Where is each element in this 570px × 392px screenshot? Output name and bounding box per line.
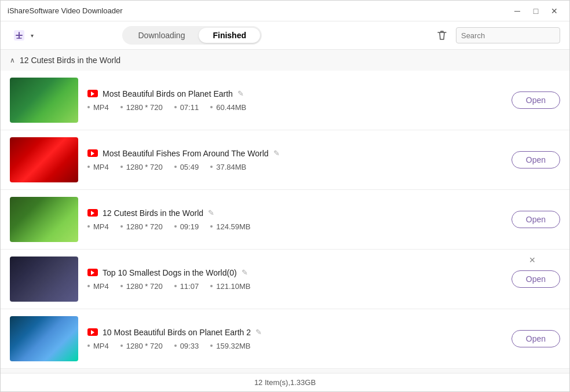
video-title: 10 Most Beautiful Birds on Planet Earth … bbox=[103, 328, 251, 337]
meta-format: MP4 bbox=[87, 103, 109, 112]
size-value: 121.10MB bbox=[216, 282, 250, 291]
edit-icon[interactable]: ✎ bbox=[255, 328, 262, 336]
resolution-value: 1280 * 720 bbox=[126, 342, 163, 350]
size-value: 60.44MB bbox=[216, 103, 246, 112]
delete-button[interactable] bbox=[433, 26, 451, 45]
meta-duration: 09:33 bbox=[174, 342, 199, 350]
video-meta: MP4 1280 * 720 09:33 159.32MB bbox=[87, 342, 502, 350]
dropdown-arrow-icon[interactable]: ▾ bbox=[31, 32, 34, 39]
search-input[interactable] bbox=[456, 27, 560, 43]
duration-value: 11:07 bbox=[180, 282, 199, 291]
meta-size: 159.32MB bbox=[210, 342, 250, 350]
meta-dot bbox=[87, 166, 90, 168]
size-value: 124.59MB bbox=[216, 222, 250, 231]
format-value: MP4 bbox=[93, 342, 109, 350]
edit-icon[interactable]: ✎ bbox=[237, 89, 244, 98]
video-item: Most Beautiful Birds on Planet Earth ✎ M… bbox=[1, 71, 569, 130]
open-button[interactable]: Open bbox=[511, 211, 560, 228]
edit-icon[interactable]: ✎ bbox=[208, 208, 214, 217]
add-download-button[interactable] bbox=[10, 26, 28, 45]
video-meta: MP4 1280 * 720 09:19 124.59MB bbox=[87, 222, 502, 231]
edit-icon[interactable]: ✎ bbox=[273, 149, 280, 157]
meta-dot bbox=[174, 166, 177, 168]
maximize-button[interactable]: □ bbox=[528, 3, 544, 19]
tab-downloading[interactable]: Downloading bbox=[124, 28, 199, 43]
group-header[interactable]: ∧ 12 Cutest Birds in the World bbox=[1, 50, 569, 71]
video-info: Most Beautiful Birds on Planet Earth ✎ M… bbox=[87, 89, 502, 112]
video-title: Most Beautiful Fishes From Around The Wo… bbox=[103, 149, 269, 158]
meta-size: 60.44MB bbox=[210, 103, 246, 112]
open-button[interactable]: Open bbox=[511, 330, 560, 347]
meta-dot bbox=[87, 285, 90, 287]
toolbar-right bbox=[433, 26, 560, 45]
meta-dot bbox=[120, 106, 123, 108]
edit-icon[interactable]: ✎ bbox=[242, 268, 248, 277]
video-item: Most Beautiful Fishes From Around The Wo… bbox=[1, 130, 569, 190]
video-title-row: Most Beautiful Birds on Planet Earth ✎ bbox=[87, 89, 502, 98]
youtube-icon bbox=[87, 328, 98, 336]
tab-group: Downloading Finished bbox=[122, 26, 262, 45]
meta-format: MP4 bbox=[87, 282, 109, 291]
duration-value: 05:49 bbox=[180, 163, 199, 171]
video-list: Most Beautiful Birds on Planet Earth ✎ M… bbox=[1, 71, 569, 369]
meta-dot bbox=[87, 106, 90, 108]
format-value: MP4 bbox=[93, 163, 109, 171]
meta-resolution: 1280 * 720 bbox=[120, 222, 163, 231]
video-thumbnail bbox=[10, 197, 78, 242]
meta-size: 37.84MB bbox=[210, 163, 246, 171]
close-button[interactable]: ✕ bbox=[546, 3, 562, 19]
status-text: 12 Item(s),1.33GB bbox=[254, 378, 316, 387]
meta-dot bbox=[120, 225, 123, 228]
meta-dot bbox=[210, 166, 213, 168]
video-thumbnail bbox=[10, 316, 78, 361]
meta-format: MP4 bbox=[87, 163, 109, 171]
video-title-row: Most Beautiful Fishes From Around The Wo… bbox=[87, 149, 502, 158]
open-button[interactable]: Open bbox=[511, 151, 560, 168]
youtube-icon bbox=[87, 90, 98, 97]
meta-format: MP4 bbox=[87, 222, 109, 231]
resolution-value: 1280 * 720 bbox=[126, 282, 163, 291]
video-item: 12 Cutest Birds in the World ✎ MP4 1280 … bbox=[1, 190, 569, 250]
video-meta: MP4 1280 * 720 07:11 60.44MB bbox=[87, 103, 502, 112]
meta-resolution: 1280 * 720 bbox=[120, 342, 163, 350]
meta-dot bbox=[120, 345, 123, 347]
meta-duration: 05:49 bbox=[174, 163, 199, 171]
resolution-value: 1280 * 720 bbox=[126, 103, 163, 112]
meta-dot bbox=[210, 225, 213, 228]
open-button[interactable]: Open bbox=[511, 270, 560, 288]
app-title: iShareSoftware Video Downloader bbox=[8, 6, 123, 15]
video-info: 10 Most Beautiful Birds on Planet Earth … bbox=[87, 328, 502, 350]
video-item: Top 10 Smallest Dogs in the World(0) ✎ M… bbox=[1, 250, 569, 309]
youtube-icon bbox=[87, 149, 98, 157]
meta-dot bbox=[210, 285, 213, 287]
content-area: ∧ 12 Cutest Birds in the World Most Beau… bbox=[1, 50, 569, 373]
meta-dot bbox=[210, 106, 213, 108]
meta-dot bbox=[174, 225, 177, 228]
meta-dot bbox=[87, 225, 90, 228]
meta-size: 121.10MB bbox=[210, 282, 250, 291]
meta-dot bbox=[87, 345, 90, 347]
meta-dot bbox=[174, 285, 177, 287]
video-item: 10 Most Beautiful Birds on Planet Earth … bbox=[1, 309, 569, 369]
toolbar-left: ▾ bbox=[10, 26, 34, 45]
window-controls: ─ □ ✕ bbox=[509, 3, 562, 19]
meta-dot bbox=[120, 285, 123, 287]
meta-duration: 09:19 bbox=[174, 222, 199, 231]
tab-finished[interactable]: Finished bbox=[199, 28, 260, 43]
meta-dot bbox=[174, 106, 177, 108]
meta-duration: 11:07 bbox=[174, 282, 199, 291]
minimize-button[interactable]: ─ bbox=[509, 3, 525, 19]
meta-resolution: 1280 * 720 bbox=[120, 282, 163, 291]
video-thumbnail bbox=[10, 257, 78, 302]
video-info: Top 10 Smallest Dogs in the World(0) ✎ M… bbox=[87, 268, 502, 291]
size-value: 37.84MB bbox=[216, 163, 246, 171]
resolution-value: 1280 * 720 bbox=[126, 222, 163, 231]
duration-value: 09:33 bbox=[180, 342, 199, 350]
toolbar: ▾ Downloading Finished bbox=[1, 21, 569, 50]
open-button[interactable]: Open bbox=[511, 91, 560, 109]
close-item-button[interactable]: ✕ bbox=[527, 254, 538, 266]
youtube-icon bbox=[87, 209, 98, 217]
meta-resolution: 1280 * 720 bbox=[120, 103, 163, 112]
video-thumbnail bbox=[10, 78, 78, 123]
video-info: 12 Cutest Birds in the World ✎ MP4 1280 … bbox=[87, 208, 502, 231]
